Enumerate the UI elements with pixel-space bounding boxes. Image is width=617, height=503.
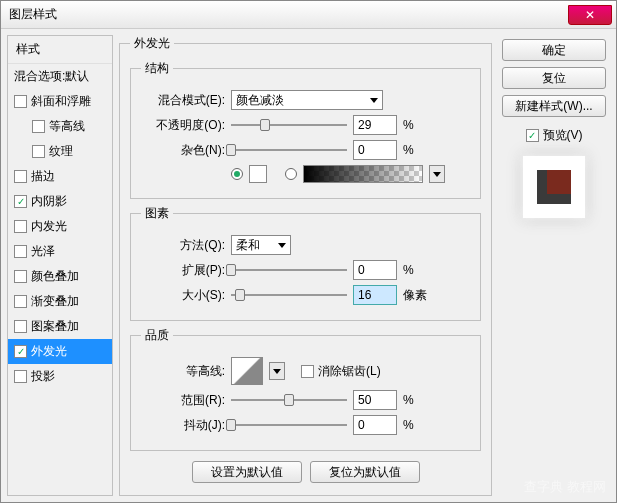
noise-label: 杂色(N): (141, 142, 225, 159)
sidebar-item-label: 渐变叠加 (31, 293, 79, 310)
style-checkbox[interactable] (32, 145, 45, 158)
sidebar-item-10[interactable]: ✓外发光 (8, 339, 112, 364)
opacity-slider[interactable] (231, 118, 347, 132)
size-slider[interactable] (231, 288, 347, 302)
chevron-down-icon (273, 369, 281, 374)
range-unit: % (403, 393, 431, 407)
new-style-button[interactable]: 新建样式(W)... (502, 95, 606, 117)
structure-group: 结构 混合模式(E): 颜色减淡 不透明度(O): % (130, 60, 481, 199)
jitter-label: 抖动(J): (141, 417, 225, 434)
preview-swatch (523, 156, 585, 218)
styles-list: 样式 混合选项:默认 斜面和浮雕等高线纹理描边✓内阴影内发光光泽颜色叠加渐变叠加… (7, 35, 113, 496)
gradient-radio[interactable] (285, 168, 297, 180)
glow-color-swatch[interactable] (249, 165, 267, 183)
style-checkbox[interactable]: ✓ (14, 195, 27, 208)
contour-picker[interactable] (231, 357, 263, 385)
spread-unit: % (403, 263, 431, 277)
sidebar-item-label: 等高线 (49, 118, 85, 135)
style-checkbox[interactable] (14, 245, 27, 258)
size-input[interactable] (353, 285, 397, 305)
jitter-input[interactable] (353, 415, 397, 435)
sidebar-item-1[interactable]: 等高线 (8, 114, 112, 139)
chevron-down-icon (278, 243, 286, 248)
size-unit: 像素 (403, 287, 431, 304)
structure-legend: 结构 (141, 60, 173, 77)
spread-label: 扩展(P): (141, 262, 225, 279)
contour-dropdown[interactable] (269, 362, 285, 380)
blend-mode-select[interactable]: 颜色减淡 (231, 90, 383, 110)
blending-options[interactable]: 混合选项:默认 (8, 64, 112, 89)
jitter-unit: % (403, 418, 431, 432)
opacity-input[interactable] (353, 115, 397, 135)
sidebar-item-2[interactable]: 纹理 (8, 139, 112, 164)
spread-slider[interactable] (231, 263, 347, 277)
sidebar-item-0[interactable]: 斜面和浮雕 (8, 89, 112, 114)
window-title: 图层样式 (9, 6, 57, 23)
close-icon: ✕ (585, 8, 595, 22)
preview-label: 预览(V) (543, 127, 583, 144)
ok-button[interactable]: 确定 (502, 39, 606, 61)
range-input[interactable] (353, 390, 397, 410)
sidebar-item-label: 投影 (31, 368, 55, 385)
sidebar-item-4[interactable]: ✓内阴影 (8, 189, 112, 214)
style-checkbox[interactable] (32, 120, 45, 133)
sidebar-item-label: 纹理 (49, 143, 73, 160)
outer-glow-panel: 外发光 结构 混合模式(E): 颜色减淡 不透明度(O): (119, 35, 492, 496)
elements-group: 图素 方法(Q): 柔和 扩展(P): % (130, 205, 481, 321)
sidebar-item-label: 外发光 (31, 343, 67, 360)
chevron-down-icon (370, 98, 378, 103)
elements-legend: 图素 (141, 205, 173, 222)
range-label: 范围(R): (141, 392, 225, 409)
style-checkbox[interactable] (14, 270, 27, 283)
gradient-dropdown[interactable] (429, 165, 445, 183)
blend-mode-label: 混合模式(E): (141, 92, 225, 109)
style-checkbox[interactable] (14, 95, 27, 108)
quality-legend: 品质 (141, 327, 173, 344)
jitter-slider[interactable] (231, 418, 347, 432)
sidebar-item-11[interactable]: 投影 (8, 364, 112, 389)
noise-input[interactable] (353, 140, 397, 160)
size-label: 大小(S): (141, 287, 225, 304)
styles-header: 样式 (8, 36, 112, 64)
range-slider[interactable] (231, 393, 347, 407)
sidebar-item-6[interactable]: 光泽 (8, 239, 112, 264)
sidebar-item-9[interactable]: 图案叠加 (8, 314, 112, 339)
sidebar-item-label: 光泽 (31, 243, 55, 260)
quality-group: 品质 等高线: 消除锯齿(L) 范围(R): % (130, 327, 481, 451)
style-checkbox[interactable] (14, 170, 27, 183)
noise-slider[interactable] (231, 143, 347, 157)
opacity-label: 不透明度(O): (141, 117, 225, 134)
panel-title: 外发光 (130, 35, 174, 52)
style-checkbox[interactable]: ✓ (14, 345, 27, 358)
antialias-checkbox[interactable] (301, 365, 314, 378)
method-select[interactable]: 柔和 (231, 235, 291, 255)
sidebar-item-3[interactable]: 描边 (8, 164, 112, 189)
set-default-button[interactable]: 设置为默认值 (192, 461, 302, 483)
opacity-unit: % (403, 118, 431, 132)
style-checkbox[interactable] (14, 370, 27, 383)
sidebar-item-7[interactable]: 颜色叠加 (8, 264, 112, 289)
sidebar-item-label: 斜面和浮雕 (31, 93, 91, 110)
gradient-picker[interactable] (303, 165, 423, 183)
sidebar-item-label: 内发光 (31, 218, 67, 235)
sidebar-item-5[interactable]: 内发光 (8, 214, 112, 239)
sidebar-item-label: 描边 (31, 168, 55, 185)
contour-label: 等高线: (141, 363, 225, 380)
noise-unit: % (403, 143, 431, 157)
color-radio[interactable] (231, 168, 243, 180)
close-button[interactable]: ✕ (568, 5, 612, 25)
reset-default-button[interactable]: 复位为默认值 (310, 461, 420, 483)
style-checkbox[interactable] (14, 295, 27, 308)
spread-input[interactable] (353, 260, 397, 280)
sidebar-item-label: 内阴影 (31, 193, 67, 210)
sidebar-item-label: 颜色叠加 (31, 268, 79, 285)
sidebar-item-8[interactable]: 渐变叠加 (8, 289, 112, 314)
preview-checkbox[interactable]: ✓ (526, 129, 539, 142)
chevron-down-icon (433, 172, 441, 177)
method-label: 方法(Q): (141, 237, 225, 254)
antialias-label: 消除锯齿(L) (318, 363, 381, 380)
style-checkbox[interactable] (14, 320, 27, 333)
sidebar-item-label: 图案叠加 (31, 318, 79, 335)
style-checkbox[interactable] (14, 220, 27, 233)
cancel-button[interactable]: 复位 (502, 67, 606, 89)
